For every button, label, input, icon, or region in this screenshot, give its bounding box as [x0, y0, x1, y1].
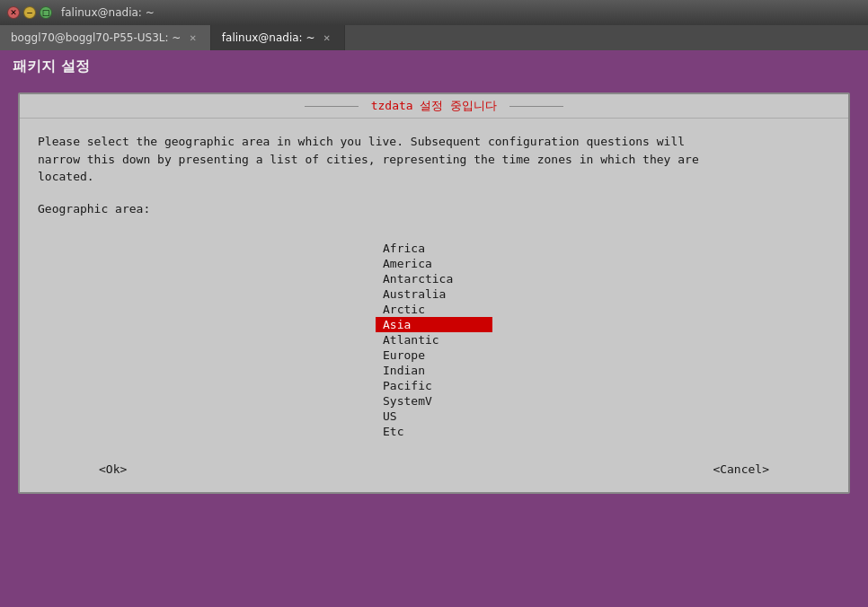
tab-2[interactable]: falinux@nadia: ~ ✕	[211, 25, 345, 50]
list-item[interactable]: Asia	[376, 317, 492, 332]
tab-2-close[interactable]: ✕	[321, 32, 333, 44]
list-item[interactable]: Indian	[376, 363, 492, 378]
geo-area-label: Geographic area:	[38, 200, 830, 218]
dialog-title: tzdata 설정 중입니다	[20, 94, 848, 119]
dialog-buttons: <Ok> <Cancel>	[20, 453, 848, 492]
tab-1-close[interactable]: ✕	[186, 32, 199, 44]
list-item[interactable]: Etc	[376, 424, 492, 439]
geo-list: AfricaAmericaAntarcticaAustraliaArcticAs…	[376, 241, 492, 439]
cancel-button[interactable]: <Cancel>	[705, 461, 776, 478]
minimize-button[interactable]: −	[23, 6, 36, 19]
list-item[interactable]: Atlantic	[376, 332, 492, 347]
main-area: tzdata 설정 중입니다 Please select the geograp…	[0, 84, 868, 512]
list-item[interactable]: Australia	[376, 286, 492, 302]
description: Please select the geographic area in whi…	[38, 133, 830, 186]
dialog-content: Please select the geographic area in whi…	[20, 119, 848, 241]
titlebar: ✕ − □ falinux@nadia: ~	[0, 0, 868, 25]
list-item[interactable]: SystemV	[376, 393, 492, 409]
dialog-box: tzdata 설정 중입니다 Please select the geograp…	[18, 92, 850, 494]
tabbar: boggl70@boggl70-P55-US3L: ~ ✕ falinux@na…	[0, 25, 868, 50]
window-controls[interactable]: ✕ − □	[7, 6, 52, 19]
tab-2-label: falinux@nadia: ~	[222, 31, 315, 44]
page-title: 패키지 설정	[0, 50, 868, 84]
dialog-title-text: tzdata 설정 중입니다	[371, 99, 498, 112]
minimize-icon: −	[26, 8, 33, 17]
list-container: AfricaAmericaAntarcticaAustraliaArcticAs…	[20, 241, 848, 439]
tab-1-label: boggl70@boggl70-P55-US3L: ~	[11, 31, 181, 44]
tab-1[interactable]: boggl70@boggl70-P55-US3L: ~ ✕	[0, 25, 211, 50]
ok-button[interactable]: <Ok>	[92, 461, 134, 478]
maximize-button[interactable]: □	[40, 6, 52, 19]
description-text: Please select the geographic area in whi…	[38, 135, 699, 183]
list-item[interactable]: Pacific	[376, 378, 492, 393]
close-button[interactable]: ✕	[7, 6, 20, 19]
list-item[interactable]: America	[376, 256, 492, 271]
list-item[interactable]: Europe	[376, 347, 492, 363]
maximize-icon: □	[42, 8, 50, 17]
window-title: falinux@nadia: ~	[61, 6, 155, 19]
list-item[interactable]: US	[376, 409, 492, 424]
list-item[interactable]: Antarctica	[376, 271, 492, 286]
list-item[interactable]: Africa	[376, 241, 492, 256]
list-item[interactable]: Arctic	[376, 302, 492, 317]
close-icon: ✕	[10, 8, 17, 17]
